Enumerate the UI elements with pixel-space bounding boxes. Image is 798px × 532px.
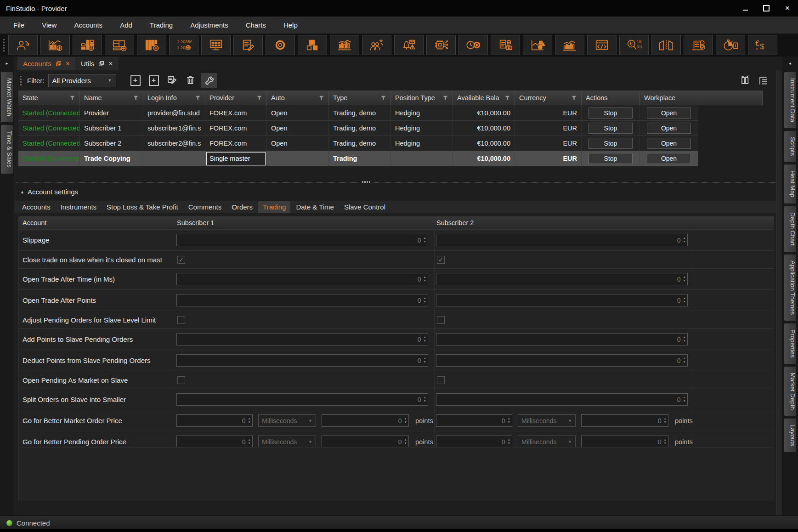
filter-funnel-icon[interactable]	[318, 95, 324, 101]
filter-funnel-icon[interactable]	[442, 95, 448, 101]
open-workplace-button[interactable]: Open	[647, 138, 691, 149]
dock-tab-instrument-data[interactable]: Instrument Data	[784, 72, 796, 128]
open-workplace-button[interactable]: Open	[647, 153, 691, 164]
add-account-button[interactable]: +	[128, 73, 143, 88]
spinner-buttons[interactable]: ▲▼	[664, 438, 668, 446]
go-for-better-pending-order-price-subscriber-1-time-input[interactable]: 0▲▼	[176, 436, 253, 448]
spinner-buttons[interactable]: ▲▼	[248, 417, 252, 424]
depth-chart-toolbar-button[interactable]	[651, 35, 681, 55]
column-header-login-info[interactable]: Login Info	[143, 91, 205, 106]
menu-help[interactable]: Help	[275, 17, 306, 34]
settings-tab-slave-control[interactable]: Slave Control	[340, 201, 390, 213]
filter-funnel-icon[interactable]	[504, 95, 510, 101]
menu-file[interactable]: File	[5, 17, 33, 34]
column-chooser-button[interactable]	[741, 75, 751, 85]
close-trade-on-slave-when-it-s-closed-on-mast-subscriber-1-checkbox[interactable]: ✓	[177, 256, 185, 264]
dock-tab-application-themes[interactable]: Application Themes	[784, 255, 796, 321]
dock-tab-time-sales[interactable]: Time & Sales	[1, 125, 13, 174]
table-row[interactable]: Started (ConnectedSubscriber 1subscriber…	[18, 121, 763, 136]
open-pending-as-market-on-slave-subscriber-2-checkbox[interactable]	[437, 376, 445, 384]
close-tab-icon[interactable]: ×	[108, 60, 113, 68]
go-for-better-pending-order-price-subscriber-2-unit-dropdown[interactable]: Milliseconds▼	[518, 436, 576, 448]
open-trade-after-time-in-ms-subscriber-1-input[interactable]: 0▲▼	[176, 273, 428, 285]
stop-button[interactable]: Stop	[589, 108, 633, 119]
go-for-better-market-order-price-subscriber-2-points-input[interactable]: 0▲▼	[581, 414, 668, 427]
horizontal-splitter[interactable]	[17, 182, 775, 183]
slippage-subscriber-2-input[interactable]: 0▲▼	[436, 234, 688, 246]
timer-info-toolbar-button[interactable]: i	[716, 35, 745, 55]
spinner-buttons[interactable]: ▲▼	[424, 237, 428, 244]
go-for-better-market-order-price-subscriber-2-unit-dropdown[interactable]: Milliseconds▼	[518, 414, 576, 427]
table-row[interactable]: Started (ConnectedProviderprovider@fin.s…	[18, 106, 763, 121]
spinner-buttons[interactable]: ▲▼	[424, 396, 428, 403]
workspace-add-toolbar-button[interactable]	[105, 35, 134, 55]
go-for-better-pending-order-price-subscriber-1-points-input[interactable]: 0▲▼	[322, 436, 409, 448]
settings-tab-trading[interactable]: Trading	[258, 201, 290, 213]
selected-provider-cell[interactable]: Single master	[206, 152, 266, 165]
table-row[interactable]: Started (ConnectedTrade CopyingSingle ma…	[18, 151, 763, 166]
add-points-to-slave-pending-orders-subscriber-1-input[interactable]: 0▲▼	[176, 333, 428, 345]
dock-tab-depth-chart[interactable]: Depth Chart	[784, 206, 796, 252]
spinner-buttons[interactable]: ▲▼	[683, 237, 687, 244]
dock-tab-heat-map[interactable]: Heat Map	[784, 164, 796, 204]
adjust-pending-orders-for-slave-level-limit-subscriber-2-checkbox[interactable]	[437, 316, 445, 324]
column-header-provider[interactable]: Provider	[205, 91, 267, 106]
menu-trading[interactable]: Trading	[141, 17, 181, 34]
menu-add[interactable]: Add	[111, 17, 141, 34]
spinner-buttons[interactable]: ▲▼	[683, 357, 687, 364]
go-for-better-market-order-price-subscriber-2-time-input[interactable]: 0▲▼	[436, 414, 512, 427]
spinner-buttons[interactable]: ▲▼	[508, 438, 512, 446]
cpu-chip-toolbar-button[interactable]	[426, 35, 456, 55]
dock-tab-layouts[interactable]: Layouts	[784, 419, 796, 452]
open-pending-as-market-on-slave-subscriber-1-checkbox[interactable]	[177, 376, 185, 384]
filter-funnel-icon[interactable]	[571, 95, 577, 101]
delete-account-button[interactable]	[183, 73, 198, 88]
table-row[interactable]: Started (ConnectedSubscriber 2subscriber…	[18, 136, 763, 151]
filter-funnel-icon[interactable]	[256, 95, 262, 101]
settings-tab-accounts[interactable]: Accounts	[17, 201, 55, 213]
account-tools-button[interactable]	[201, 73, 217, 88]
go-for-better-pending-order-price-subscriber-2-time-input[interactable]: 0▲▼	[436, 436, 512, 448]
task-laptop-toolbar-button[interactable]	[684, 35, 713, 55]
column-header-available-bala[interactable]: Available Bala	[453, 91, 515, 106]
column-header-name[interactable]: Name	[80, 91, 143, 106]
go-for-better-market-order-price-subscriber-1-unit-dropdown[interactable]: Milliseconds▼	[258, 414, 316, 427]
filter-funnel-icon[interactable]	[195, 95, 201, 101]
close-tab-icon[interactable]: ×	[66, 60, 70, 68]
column-header-position-type[interactable]: Position Type	[391, 91, 453, 106]
open-workplace-button[interactable]: Open	[647, 108, 691, 119]
spinner-buttons[interactable]: ▲▼	[404, 438, 408, 446]
settings-gear-toolbar-button[interactable]	[266, 35, 295, 55]
time-gear-toolbar-button[interactable]	[458, 35, 488, 55]
provider-filter-dropdown[interactable]: All Providers ▼	[48, 74, 116, 87]
user-sync-toolbar-button[interactable]	[8, 35, 38, 55]
split-orders-on-slave-into-smaller-subscriber-1-input[interactable]: 0▲▼	[176, 393, 428, 406]
alert-bell-toolbar-button[interactable]	[394, 35, 424, 55]
panel-add-toolbar-button[interactable]	[73, 35, 102, 55]
dock-tab-properties[interactable]: Properties	[784, 323, 796, 364]
spinner-buttons[interactable]: ▲▼	[424, 357, 428, 364]
market-chart-toolbar-button[interactable]	[330, 35, 359, 55]
spinner-buttons[interactable]: ▲▼	[424, 276, 428, 283]
people-signal-toolbar-button[interactable]	[362, 35, 391, 55]
candle-analysis-toolbar-button[interactable]	[555, 35, 584, 55]
stop-button[interactable]: Stop	[589, 138, 633, 149]
quote-add-toolbar-button[interactable]: 1.203561.2035	[169, 35, 198, 55]
add-points-to-slave-pending-orders-subscriber-2-input[interactable]: 0▲▼	[436, 333, 688, 345]
spinner-buttons[interactable]: ▲▼	[683, 336, 687, 343]
chart-shapes-toolbar-button[interactable]	[523, 35, 552, 55]
dock-tab-market-depth[interactable]: Market Depth	[784, 367, 796, 416]
table-monitor-toolbar-button[interactable]	[201, 35, 231, 55]
slippage-subscriber-1-input[interactable]: 0▲▼	[176, 234, 428, 246]
popout-window-icon[interactable]	[56, 61, 62, 67]
group-panel-button[interactable]	[758, 75, 768, 85]
currency-pairs-toolbar-button[interactable]: €$B	[748, 35, 777, 55]
go-for-better-market-order-price-subscriber-1-points-input[interactable]: 0▲▼	[322, 414, 409, 427]
column-header-auto[interactable]: Auto	[267, 91, 329, 106]
spinner-buttons[interactable]: ▲▼	[664, 417, 668, 424]
column-header-workplace[interactable]: Workplace	[640, 91, 698, 106]
menu-accounts[interactable]: Accounts	[65, 17, 111, 34]
dock-tab-scripts[interactable]: Scripts	[784, 131, 796, 162]
popout-window-icon[interactable]	[98, 61, 104, 67]
stop-button[interactable]: Stop	[589, 123, 633, 134]
